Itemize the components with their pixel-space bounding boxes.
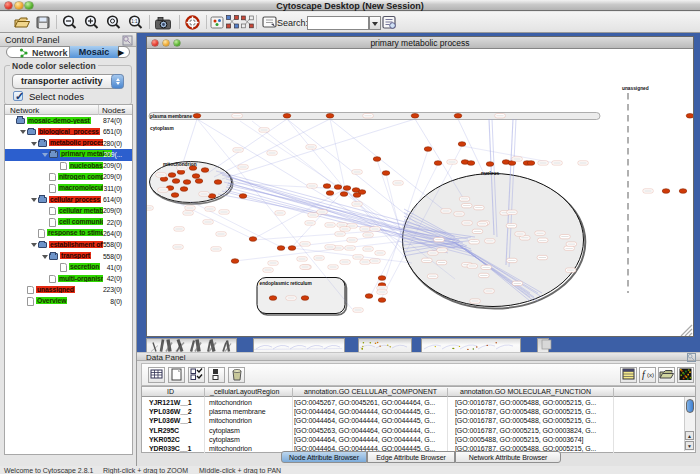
svg-text:plasma membrane: plasma membrane <box>150 114 192 119</box>
svg-text:unassigned: unassigned <box>622 86 649 91</box>
svg-text:1:1: 1:1 <box>131 19 138 24</box>
svg-text:mitochondrion: mitochondrion <box>163 162 197 167</box>
svg-text:(x): (x) <box>647 372 654 378</box>
svg-text:f: f <box>642 369 646 380</box>
svg-text:endoplasmic reticulum: endoplasmic reticulum <box>260 281 312 286</box>
svg-text:nucleus: nucleus <box>481 171 499 176</box>
svg-text:cytoplasm: cytoplasm <box>150 126 174 131</box>
